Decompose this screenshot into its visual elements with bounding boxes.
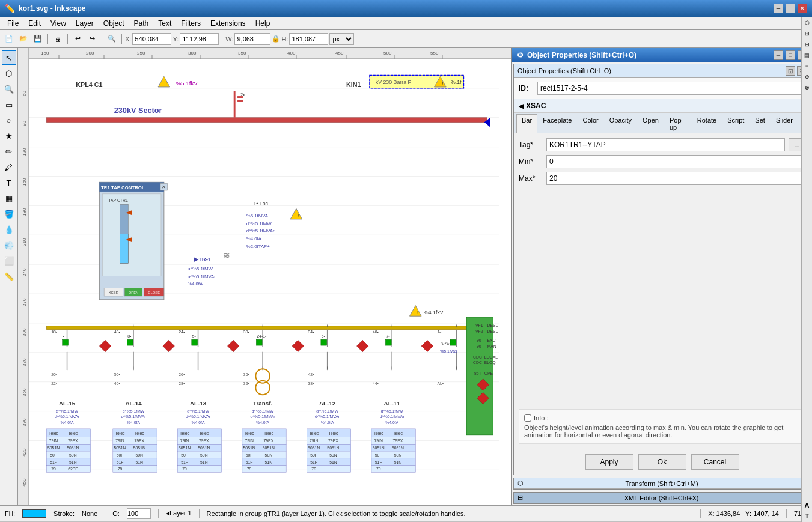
zoom-in-btn[interactable]: 🔍	[105, 32, 118, 46]
menu-filters[interactable]: Filters	[176, 18, 206, 29]
minimize-props-btn[interactable]: ─	[774, 50, 783, 60]
circle-tool[interactable]: ○	[2, 113, 16, 127]
rt-btn-4[interactable]: ▤	[802, 50, 812, 60]
opacity-input[interactable]	[127, 508, 151, 519]
tab-script[interactable]: Script	[722, 114, 749, 133]
svg-text:Telec: Telec	[199, 431, 209, 436]
menu-path[interactable]: Path	[129, 18, 154, 29]
text-tool[interactable]: T	[2, 175, 16, 190]
tab-color[interactable]: Color	[577, 114, 603, 133]
tab-open[interactable]: Open	[637, 114, 664, 133]
x-input[interactable]	[132, 33, 171, 45]
open-btn[interactable]: 📂	[17, 32, 30, 46]
svg-text:86T: 86T	[474, 371, 482, 375]
menu-text[interactable]: Text	[153, 18, 176, 29]
tab-slider[interactable]: Slider	[771, 114, 798, 133]
menu-help[interactable]: Help	[251, 18, 275, 29]
fill-color-swatch[interactable]	[22, 509, 46, 518]
svg-text:60: 60	[22, 91, 27, 96]
y-input[interactable]	[180, 33, 219, 45]
node-tool[interactable]: ⬡	[2, 66, 16, 80]
pen-tool[interactable]: 🖊	[2, 160, 16, 174]
menu-layer[interactable]: Layer	[71, 18, 99, 29]
rt-btn-7[interactable]: ⊗	[802, 83, 812, 93]
svg-text:51F: 51F	[375, 460, 382, 464]
tab-rotate[interactable]: Rotate	[692, 114, 722, 133]
menu-edit[interactable]: Edit	[23, 18, 46, 29]
redo-btn[interactable]: ↪	[85, 32, 99, 46]
lock-icon[interactable]: 🔒	[272, 35, 280, 43]
tab-bar[interactable]: Bar	[516, 114, 537, 133]
svg-text:%4.0fA: %4.0fA	[127, 420, 140, 425]
svg-rect-77	[120, 234, 129, 263]
w-input[interactable]	[234, 33, 270, 45]
tag-row: Tag* ...	[519, 138, 805, 151]
h-input[interactable]	[289, 33, 328, 45]
svg-text:1• Loc.: 1• Loc.	[253, 201, 269, 207]
canvas-area[interactable]: 150 200 250 300 350 400 450 500 550 60 9	[18, 48, 511, 505]
rt-btn-5[interactable]: ≡	[802, 61, 812, 71]
svg-text:AL-15: AL-15	[59, 400, 76, 407]
id-row: ID:	[514, 78, 810, 99]
undo-btn[interactable]: ↩	[71, 32, 84, 46]
eraser-tool[interactable]: ⬜	[2, 253, 16, 268]
pencil-tool[interactable]: ✏	[2, 144, 16, 159]
toolbar-sep-5	[222, 34, 222, 44]
select-tool[interactable]: ↖	[2, 50, 16, 65]
measure-tool[interactable]: 📏	[2, 269, 16, 284]
new-btn[interactable]: 📄	[2, 32, 16, 46]
svg-text:50N: 50N	[265, 453, 273, 457]
minimize-btn[interactable]: ─	[774, 4, 783, 13]
rt-btn-3[interactable]: ⊟	[802, 40, 812, 49]
maximize-props-btn[interactable]: □	[786, 50, 795, 60]
maximize-btn[interactable]: □	[786, 4, 795, 13]
tab-popup[interactable]: Pop up	[664, 114, 692, 133]
rt-btn-6[interactable]: ⊕	[802, 72, 812, 82]
rt-btn-A[interactable]: A	[802, 500, 812, 510]
transform-panel-title[interactable]: ⬡ Transform (Shift+Ctrl+M) ▲	[514, 478, 810, 489]
menu-view[interactable]: View	[46, 18, 71, 29]
inner-restore-btn[interactable]: ◱	[786, 66, 795, 76]
svg-text:∿∿: ∿∿	[440, 340, 450, 347]
eyedrop-tool[interactable]: 💧	[2, 222, 16, 237]
svg-text:51N: 51N	[136, 460, 144, 464]
svg-text:22•: 22•	[51, 381, 58, 386]
svg-text:AL-14: AL-14	[125, 400, 142, 407]
spray-tool[interactable]: 💨	[2, 238, 16, 252]
star-tool[interactable]: ★	[2, 129, 16, 143]
app-icon: ✏️	[5, 4, 15, 13]
transform-icon: ⬡	[517, 479, 524, 487]
ok-button[interactable]: Ok	[638, 454, 686, 470]
min-input[interactable]	[546, 155, 805, 168]
menu-object[interactable]: Object	[99, 18, 129, 29]
main-area: ↖ ⬡ 🔍 ▭ ○ ★ ✏ 🖊 T ▦ 🪣 💧 💨 ⬜ 📏 150 200 25…	[0, 48, 812, 505]
rt-btn-1[interactable]: ⬡	[802, 18, 812, 28]
tag-input[interactable]	[546, 138, 785, 151]
rt-btn-T[interactable]: T	[802, 511, 812, 521]
tab-opacity[interactable]: Opacity	[604, 114, 637, 133]
print-btn[interactable]: 🖨	[51, 32, 64, 46]
rect-tool[interactable]: ▭	[2, 97, 16, 112]
menu-file[interactable]: File	[2, 18, 23, 29]
close-btn[interactable]: ✕	[798, 4, 807, 13]
svg-text:d^%5.1fMW: d^%5.1fMW	[123, 409, 145, 413]
xsac-left-arrow[interactable]: ◀	[519, 103, 524, 109]
zoom-tool[interactable]: 🔍	[2, 82, 16, 96]
rt-btn-2[interactable]: ⊞	[802, 29, 812, 38]
id-input[interactable]	[537, 82, 805, 95]
unit-select[interactable]: px mm cm	[329, 33, 354, 45]
gradient-tool[interactable]: ▦	[2, 191, 16, 205]
info-checkbox[interactable]	[524, 414, 531, 422]
svg-text:51N: 51N	[69, 460, 77, 464]
tab-faceplate[interactable]: Faceplate	[537, 114, 577, 133]
save-btn[interactable]: 💾	[31, 32, 44, 46]
toolbar-sep-3	[102, 34, 102, 44]
menu-extensions[interactable]: Extensions	[206, 18, 251, 29]
xml-editor-panel-title[interactable]: ⊞ XML Editor (Shift+Ctrl+X) ▼	[514, 493, 810, 503]
fill-tool[interactable]: 🪣	[2, 207, 16, 221]
diagram-canvas[interactable]: KPL4 C1 ! %5.1fkV KIN1 kV 230 Barra P ! …	[29, 59, 511, 505]
apply-button[interactable]: Apply	[585, 454, 633, 470]
cancel-button[interactable]: Cancel	[691, 454, 739, 470]
max-input[interactable]	[546, 172, 805, 185]
tab-set[interactable]: Set	[749, 114, 771, 133]
